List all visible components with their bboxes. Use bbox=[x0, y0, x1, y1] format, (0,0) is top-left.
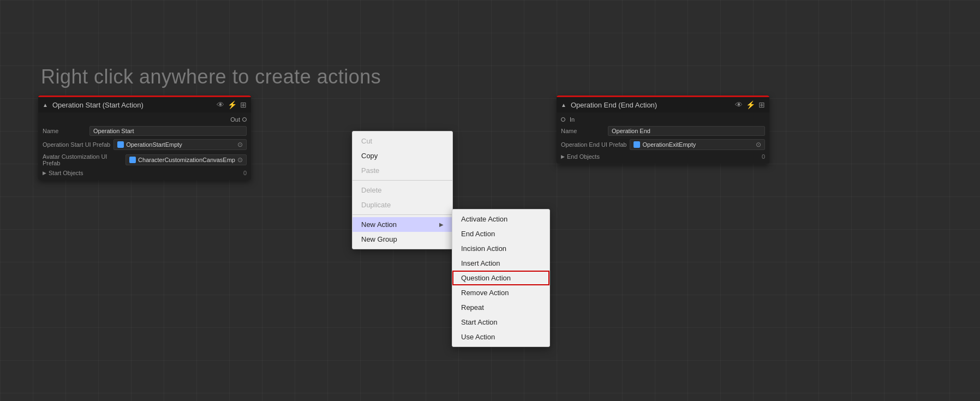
end-expand-icon[interactable]: ⊞ bbox=[758, 100, 765, 109]
out-port-label: Out bbox=[230, 116, 240, 123]
submenu-end-action[interactable]: End Action bbox=[452, 226, 549, 241]
in-port-label: In bbox=[570, 116, 575, 123]
end-node-header: ▲ Operation End (End Action) 👁 ⚡ ⊞ bbox=[557, 95, 769, 112]
start-node-title: Operation Start (Start Action) bbox=[52, 101, 213, 109]
start-objects-foldout[interactable]: ▶ Start Objects 0 bbox=[38, 168, 251, 178]
separator-1 bbox=[352, 180, 452, 181]
end-ui-prefab-row: Operation End UI Prefab OperationExitEmp… bbox=[557, 137, 769, 152]
context-menu-duplicate[interactable]: Duplicate bbox=[352, 197, 452, 212]
out-port-dot[interactable] bbox=[242, 117, 247, 122]
end-ui-prefab-label: Operation End UI Prefab bbox=[561, 141, 626, 148]
eye-icon[interactable]: 👁 bbox=[217, 100, 224, 109]
collapse-icon[interactable]: ▲ bbox=[43, 102, 48, 108]
start-objects-count: 0 bbox=[243, 170, 247, 176]
context-menu: Cut Copy Paste Delete Duplicate New Acti… bbox=[352, 131, 453, 249]
submenu-activate-action[interactable]: Activate Action bbox=[452, 212, 549, 226]
submenu-remove-action[interactable]: Remove Action bbox=[452, 285, 549, 300]
bolt-icon[interactable]: ⚡ bbox=[228, 100, 237, 109]
new-action-arrow: ▶ bbox=[439, 222, 444, 228]
end-objects-count: 0 bbox=[762, 153, 765, 160]
submenu-incision-action[interactable]: Incision Action bbox=[452, 241, 549, 256]
hint-text: Right click anywhere to create actions bbox=[41, 65, 381, 88]
submenu-use-action[interactable]: Use Action bbox=[452, 330, 549, 344]
end-objects-foldout[interactable]: ▶ End Objects 0 bbox=[557, 152, 769, 161]
gear-icon-start[interactable]: ⊙ bbox=[237, 141, 243, 148]
start-ui-prefab-label: Operation Start UI Prefab bbox=[43, 141, 110, 148]
in-port-dot[interactable] bbox=[561, 117, 565, 122]
context-menu-paste[interactable]: Paste bbox=[352, 163, 452, 178]
context-menu-new-group[interactable]: New Group bbox=[352, 232, 452, 247]
context-menu-new-action[interactable]: New Action ▶ bbox=[352, 217, 452, 232]
start-name-label: Name bbox=[43, 128, 86, 134]
end-node-body: In Name Operation End Operation End UI P… bbox=[557, 112, 769, 164]
end-node-card: ▲ Operation End (End Action) 👁 ⚡ ⊞ In Na… bbox=[557, 95, 769, 164]
end-node-title: Operation End (End Action) bbox=[571, 101, 732, 109]
context-menu-copy[interactable]: Copy bbox=[352, 148, 452, 163]
submenu-question-action[interactable]: Question Action bbox=[452, 271, 549, 285]
end-node-icons: 👁 ⚡ ⊞ bbox=[735, 100, 765, 109]
out-port-row: Out bbox=[38, 115, 251, 124]
start-name-value[interactable]: Operation Start bbox=[89, 126, 247, 136]
start-name-row: Name Operation Start bbox=[38, 124, 251, 137]
end-name-value[interactable]: Operation End bbox=[608, 126, 765, 136]
avatar-prefab-label: Avatar Customization UI Prefab bbox=[43, 153, 122, 166]
start-node-body: Out Name Operation Start Operation Start… bbox=[38, 112, 251, 180]
in-port-row: In bbox=[557, 115, 769, 124]
separator-2 bbox=[352, 214, 452, 215]
context-menu-delete[interactable]: Delete bbox=[352, 183, 452, 197]
unity-icon-end bbox=[634, 141, 640, 148]
end-name-label: Name bbox=[561, 128, 605, 134]
submenu: Activate Action End Action Incision Acti… bbox=[452, 209, 550, 347]
start-objects-label: Start Objects bbox=[49, 170, 83, 176]
foldout-arrow-end: ▶ bbox=[561, 154, 565, 159]
end-objects-label: End Objects bbox=[567, 153, 600, 160]
end-name-row: Name Operation End bbox=[557, 124, 769, 137]
avatar-prefab-value[interactable]: CharacterCustomizationCanvasEmp ⊙ bbox=[126, 154, 247, 165]
start-node-icons: 👁 ⚡ ⊞ bbox=[217, 100, 247, 109]
context-menu-cut[interactable]: Cut bbox=[352, 134, 452, 148]
avatar-prefab-row: Avatar Customization UI Prefab Character… bbox=[38, 152, 251, 168]
start-node-header: ▲ Operation Start (Start Action) 👁 ⚡ ⊞ bbox=[38, 95, 251, 112]
start-ui-prefab-row: Operation Start UI Prefab OperationStart… bbox=[38, 137, 251, 152]
end-eye-icon[interactable]: 👁 bbox=[735, 100, 743, 109]
gear-icon-avatar[interactable]: ⊙ bbox=[237, 156, 243, 164]
end-collapse-icon[interactable]: ▲ bbox=[561, 102, 566, 108]
submenu-insert-action[interactable]: Insert Action bbox=[452, 256, 549, 271]
expand-icon[interactable]: ⊞ bbox=[240, 100, 247, 109]
submenu-repeat[interactable]: Repeat bbox=[452, 300, 549, 315]
unity-icon-avatar bbox=[129, 157, 136, 163]
foldout-arrow-start: ▶ bbox=[43, 170, 46, 176]
submenu-start-action[interactable]: Start Action bbox=[452, 315, 549, 330]
gear-icon-end[interactable]: ⊙ bbox=[756, 141, 761, 148]
unity-icon-start bbox=[117, 141, 124, 148]
start-node-card: ▲ Operation Start (Start Action) 👁 ⚡ ⊞ O… bbox=[38, 95, 251, 180]
end-ui-prefab-value[interactable]: OperationExitEmpty ⊙ bbox=[630, 139, 765, 150]
end-bolt-icon[interactable]: ⚡ bbox=[746, 100, 755, 109]
start-ui-prefab-value[interactable]: OperationStartEmpty ⊙ bbox=[113, 139, 247, 150]
